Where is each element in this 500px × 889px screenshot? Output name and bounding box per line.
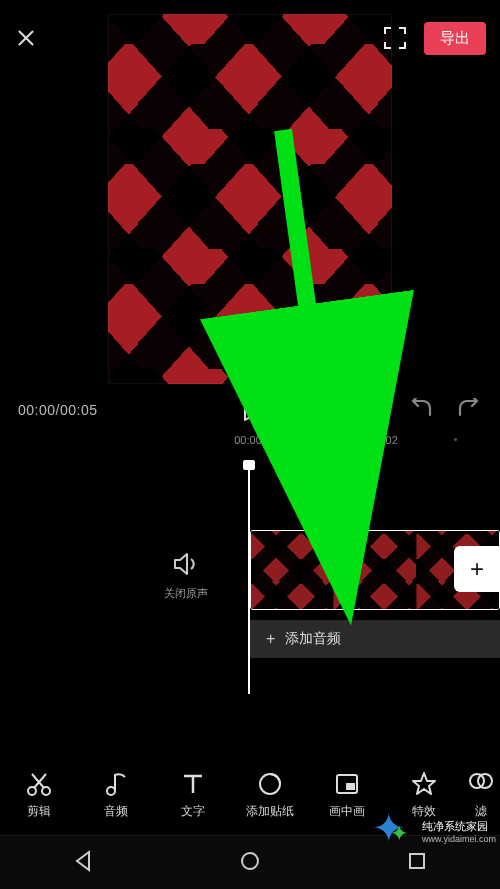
scissors-icon [26, 771, 52, 797]
close-button[interactable] [14, 26, 38, 50]
add-audio-button[interactable]: + 添加音频 [250, 620, 500, 658]
plus-icon: + [470, 557, 484, 581]
tool-text[interactable]: 文字 [154, 771, 231, 820]
plus-icon: + [266, 630, 275, 648]
nav-home[interactable] [239, 850, 261, 876]
svg-point-9 [242, 853, 258, 869]
tool-audio[interactable]: 音频 [77, 771, 154, 820]
svg-rect-6 [346, 783, 355, 790]
undo-button[interactable] [408, 398, 434, 422]
speaker-icon [173, 552, 199, 576]
nav-recent[interactable] [406, 850, 428, 876]
add-clip-button[interactable]: + [454, 546, 500, 592]
pip-icon [334, 771, 360, 797]
text-icon [180, 771, 206, 797]
nav-back[interactable] [72, 850, 94, 876]
filter-icon [468, 771, 494, 797]
star-icon [411, 771, 437, 797]
svg-rect-10 [410, 854, 424, 868]
watermark: 纯净系统家园 www.yidaimei.com [372, 809, 496, 853]
tool-cut[interactable]: 剪辑 [0, 771, 77, 820]
video-preview[interactable] [108, 14, 392, 384]
export-button[interactable]: 导出 [424, 22, 486, 55]
time-counter: 00:00/00:05 [18, 402, 97, 418]
tool-sticker[interactable]: 添加贴纸 [231, 771, 308, 820]
sticker-icon [257, 771, 283, 797]
fullscreen-icon[interactable] [384, 27, 406, 49]
mute-label: 关闭原声 [164, 586, 208, 601]
redo-button[interactable] [456, 398, 482, 422]
mute-original-button[interactable]: 关闭原声 [164, 552, 208, 601]
add-audio-label: 添加音频 [285, 630, 341, 648]
play-button[interactable] [242, 398, 264, 422]
playhead[interactable] [248, 464, 250, 694]
ruler-tick: 00:00 [234, 434, 262, 446]
ruler-tick: 00:02 [370, 434, 398, 446]
music-icon [103, 771, 129, 797]
time-ruler[interactable]: 00:00 00:02 [248, 434, 500, 454]
svg-point-3 [107, 787, 115, 795]
